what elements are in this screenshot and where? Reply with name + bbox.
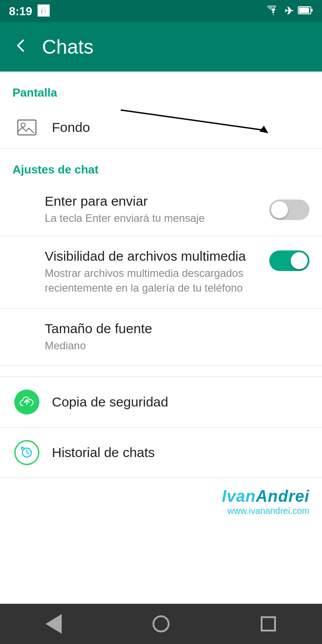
header: Chats — [0, 22, 322, 72]
visibilidad-toggle[interactable] — [269, 250, 309, 271]
visibilidad-label: Visibilidad de archivos multimedia — [45, 249, 262, 264]
cloud-upload-icon — [14, 390, 39, 415]
fondo-icon — [13, 117, 41, 138]
fondo-row[interactable]: Fondo — [0, 107, 322, 148]
enter-enviar-label: Enter para enviar — [45, 194, 262, 209]
watermark-sub: www.ivanandrei.com — [222, 506, 309, 516]
status-bar: 8:19 🅰 ✈ — [0, 0, 322, 22]
copia-icon-container — [13, 390, 41, 415]
recents-square-icon — [261, 616, 276, 631]
visibilidad-sublabel: Mostrar archivos multimedia descargados … — [45, 266, 262, 296]
back-triangle-icon — [46, 614, 62, 634]
wifi-icon — [267, 4, 280, 18]
enter-enviar-row[interactable]: Enter para enviar La tecla Enter enviará… — [0, 184, 322, 236]
visibilidad-row[interactable]: Visibilidad de archivos multimedia Mostr… — [0, 236, 322, 308]
historial-label: Historial de chats — [52, 445, 155, 460]
spacer-1 — [0, 366, 322, 377]
historial-icon-container — [13, 440, 41, 465]
tamano-fuente-sublabel: Mediano — [45, 338, 309, 353]
ajustes-section-header: Ajustes de chat — [0, 148, 322, 184]
toggle-knob — [271, 201, 288, 218]
tamano-fuente-row[interactable]: Tamaño de fuente Mediano — [0, 309, 322, 366]
toggle-knob-vis — [291, 252, 308, 269]
copia-seguridad-row[interactable]: Copia de seguridad — [0, 377, 322, 427]
enter-enviar-sublabel: La tecla Enter enviará tu mensaje — [45, 211, 262, 226]
svg-rect-1 — [299, 8, 309, 13]
facebook-icon: 🅰 — [38, 4, 49, 18]
nav-bar — [0, 604, 322, 644]
time-display: 8:19 — [9, 4, 32, 18]
enter-enviar-toggle-container[interactable] — [269, 199, 309, 220]
copia-label: Copia de seguridad — [52, 394, 168, 410]
visibilidad-text: Visibilidad de archivos multimedia Mostr… — [45, 249, 262, 296]
back-button[interactable] — [13, 38, 29, 56]
airplane-icon: ✈ — [284, 5, 293, 17]
watermark-main: IvanAndrei — [222, 487, 309, 506]
tamano-fuente-label: Tamaño de fuente — [45, 321, 309, 336]
back-nav-button[interactable] — [36, 606, 72, 642]
enter-enviar-toggle[interactable] — [269, 199, 309, 220]
history-icon — [14, 440, 39, 465]
visibilidad-toggle-container[interactable] — [269, 250, 309, 271]
svg-point-4 — [21, 123, 25, 127]
pantalla-title: Pantalla — [13, 86, 57, 99]
status-right: ✈ — [267, 4, 313, 18]
home-nav-button[interactable] — [143, 606, 179, 642]
svg-rect-2 — [311, 9, 313, 12]
watermark: IvanAndrei www.ivanandrei.com — [222, 487, 309, 516]
content: Pantalla Fondo Ajustes de chat Enter par… — [0, 72, 322, 521]
enter-enviar-text: Enter para enviar La tecla Enter enviará… — [45, 194, 262, 226]
home-circle-icon — [153, 615, 169, 632]
page-title: Chats — [42, 36, 93, 58]
status-left: 8:19 🅰 — [9, 4, 49, 18]
fondo-label: Fondo — [52, 120, 309, 135]
ajustes-title: Ajustes de chat — [13, 163, 98, 176]
tamano-fuente-text: Tamaño de fuente Mediano — [45, 321, 309, 353]
pantalla-section-header: Pantalla — [0, 72, 322, 107]
historial-row[interactable]: Historial de chats — [0, 428, 322, 478]
battery-icon — [298, 4, 313, 18]
fondo-text: Fondo — [52, 120, 309, 135]
watermark-container: IvanAndrei www.ivanandrei.com — [0, 478, 322, 521]
recents-nav-button[interactable] — [250, 606, 286, 642]
